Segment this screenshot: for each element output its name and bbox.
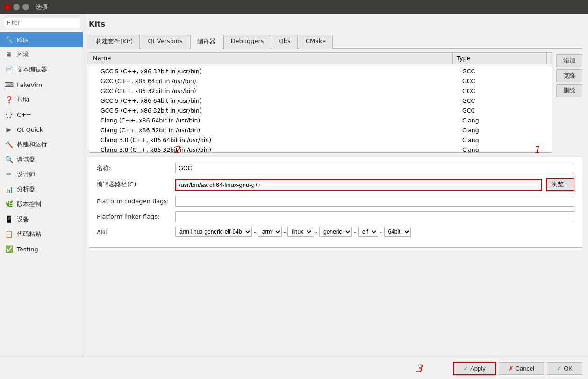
tab-compiler[interactable]: 编译器 bbox=[190, 35, 222, 49]
ok-check-icon: ✓ bbox=[557, 365, 562, 372]
sidebar-item-analyzer[interactable]: 📊 分析器 bbox=[0, 182, 83, 197]
row-name: Clang 3.8 (C++, x86 64bit in /usr/bin) bbox=[89, 136, 459, 144]
cancel-button[interactable]: ✗ Cancel bbox=[499, 362, 544, 375]
fakevim-icon: ⌨ bbox=[5, 80, 13, 89]
help-icon: ❓ bbox=[5, 95, 13, 104]
table-row[interactable]: Clang (C++, x86 32bit in /usr/bin) Clang bbox=[89, 125, 552, 135]
clone-button[interactable]: 克隆 bbox=[556, 69, 582, 82]
path-label: 编译器路径(C): bbox=[97, 180, 172, 189]
abi-bits-select[interactable]: 64bit bbox=[384, 227, 411, 237]
vcs-icon: 🌿 bbox=[5, 200, 13, 208]
add-button[interactable]: 添加 bbox=[556, 54, 582, 67]
abi-row: ABI: arm-linux-generic-elf-64b - arm - l… bbox=[97, 227, 574, 237]
sidebar-item-kits[interactable]: 🔧 Kits bbox=[0, 32, 83, 47]
abi-label: ABI: bbox=[97, 229, 172, 236]
name-label: 名称: bbox=[97, 164, 172, 172]
tab-cmake[interactable]: CMake bbox=[299, 35, 333, 49]
sidebar: 🔧 Kits 🖥 环境 📄 文本编辑器 ⌨ FakeVim ❓ 帮助 {} C+… bbox=[0, 14, 83, 358]
designer-icon: ✏ bbox=[5, 170, 13, 179]
codegen-label: Platform codegen flags: bbox=[97, 198, 172, 205]
abi-sep5: - bbox=[380, 229, 382, 236]
sidebar-item-device[interactable]: 📱 设备 bbox=[0, 212, 83, 227]
qtquick-icon: ▶ bbox=[5, 125, 13, 134]
sidebar-label-vcs: 版本控制 bbox=[17, 200, 41, 208]
name-input[interactable] bbox=[175, 163, 574, 173]
table-row[interactable]: GCC 5 (C++, x86 32bit in /usr/bin) GCC bbox=[89, 66, 552, 76]
ok-button[interactable]: ✓ OK bbox=[547, 362, 582, 375]
row-type: Clang bbox=[459, 146, 552, 152]
sidebar-item-clipboard[interactable]: 📋 代码粘贴 bbox=[0, 227, 83, 242]
sidebar-items: 🔧 Kits 🖥 环境 📄 文本编辑器 ⌨ FakeVim ❓ 帮助 {} C+… bbox=[0, 32, 83, 358]
abi-os-select[interactable]: linux bbox=[287, 227, 313, 237]
sidebar-item-cpp[interactable]: {} C++ bbox=[0, 107, 83, 122]
sidebar-item-vcs[interactable]: 🌿 版本控制 bbox=[0, 197, 83, 212]
abi-vendor-select[interactable]: generic bbox=[319, 227, 352, 237]
table-row[interactable]: Clang (C++, x86 64bit in /usr/bin) Clang bbox=[89, 115, 552, 125]
codegen-input[interactable] bbox=[175, 196, 574, 207]
tab-qt[interactable]: Qt Versions bbox=[141, 35, 189, 49]
tabs-bar: 构建套件(Kit)Qt Versions编译器DebuggersQbsCMake bbox=[89, 34, 582, 49]
abi-sep2: - bbox=[284, 229, 286, 236]
abi-cpu-select[interactable]: arm bbox=[258, 227, 282, 237]
sidebar-item-editor[interactable]: 📄 文本编辑器 bbox=[0, 62, 83, 77]
sidebar-item-qtquick[interactable]: ▶ Qt Quick bbox=[0, 122, 83, 137]
debugger-icon: 🔍 bbox=[5, 155, 13, 164]
sidebar-item-designer[interactable]: ✏ 设计师 bbox=[0, 167, 83, 182]
delete-button[interactable]: 删除 bbox=[556, 84, 582, 97]
tab-kit[interactable]: 构建套件(Kit) bbox=[89, 35, 140, 49]
apply-button[interactable]: ✓ Apply bbox=[453, 362, 496, 375]
path-input[interactable] bbox=[175, 179, 542, 191]
abi-arch-select[interactable]: arm-linux-generic-elf-64b bbox=[175, 227, 252, 237]
sidebar-item-fakevim[interactable]: ⌨ FakeVim bbox=[0, 77, 83, 92]
sidebar-item-help[interactable]: ❓ 帮助 bbox=[0, 92, 83, 107]
sidebar-item-debugger[interactable]: 🔍 调试器 bbox=[0, 152, 83, 167]
abi-sep4: - bbox=[354, 229, 356, 236]
row-type: GCC bbox=[459, 67, 552, 75]
sidebar-label-editor: 文本编辑器 bbox=[17, 65, 47, 74]
sidebar-item-build[interactable]: 🔨 构建和运行 bbox=[0, 137, 83, 152]
table-row[interactable]: Clang 3.8 (C++, x86 32bit in /usr/bin) C… bbox=[89, 145, 552, 152]
maximize-button[interactable] bbox=[22, 4, 29, 10]
table-row[interactable]: GCC (C++, x86 64bit in /usr/bin) GCC bbox=[89, 76, 552, 86]
spacer bbox=[89, 251, 582, 352]
sidebar-item-testing[interactable]: ✅ Testing bbox=[0, 242, 83, 257]
detail-form: 2 1 名称: 编译器路径(C): 浏览... Platform codegen… bbox=[89, 157, 582, 248]
table-row[interactable]: GCC 5 (C++, x86 32bit in /usr/bin) GCC bbox=[89, 106, 552, 115]
row-name: GCC 5 (C++, x86 64bit in /usr/bin) bbox=[89, 97, 459, 105]
row-name: GCC (C++, x86 32bit in /usr/bin) bbox=[89, 87, 459, 95]
main-window: 选项 🔧 Kits 🖥 环境 📄 文本编辑器 ⌨ FakeVim ❓ 帮助 {}… bbox=[0, 0, 588, 379]
build-icon: 🔨 bbox=[5, 140, 13, 149]
cancel-cross-icon: ✗ bbox=[509, 365, 514, 372]
table-row[interactable]: GCC (C++, x86 32bit in /usr/bin) GCC bbox=[89, 86, 552, 96]
sidebar-label-help: 帮助 bbox=[17, 95, 29, 104]
table-row[interactable]: Clang 3.8 (C++, x86 64bit in /usr/bin) C… bbox=[89, 135, 552, 145]
abi-controls: arm-linux-generic-elf-64b - arm - linux … bbox=[175, 227, 411, 237]
tab-qbs[interactable]: Qbs bbox=[272, 35, 298, 49]
sidebar-label-cpp: C++ bbox=[17, 111, 31, 118]
browse-button[interactable]: 浏览... bbox=[546, 178, 574, 191]
tab-debuggers[interactable]: Debuggers bbox=[223, 35, 271, 49]
sidebar-label-clipboard: 代码粘贴 bbox=[17, 230, 41, 238]
codegen-row: Platform codegen flags: bbox=[97, 196, 574, 207]
row-name: GCC 5 (C++, x86 32bit in /usr/bin) bbox=[89, 67, 459, 75]
close-button[interactable] bbox=[4, 4, 10, 10]
linker-input[interactable] bbox=[175, 211, 574, 222]
sidebar-item-env[interactable]: 🖥 环境 bbox=[0, 47, 83, 62]
compiler-panel: Name Type GCC 5 (C++, x86 32bit in /usr/… bbox=[89, 52, 552, 153]
bottom-bar: 3 ✓ Apply ✗ Cancel ✓ OK bbox=[0, 358, 588, 379]
sidebar-label-designer: 设计师 bbox=[17, 170, 35, 179]
analyzer-icon: 📊 bbox=[5, 185, 13, 193]
table-row[interactable]: GCC 5 (C++, x86 64bit in /usr/bin) GCC bbox=[89, 96, 552, 106]
filter-input[interactable] bbox=[4, 18, 79, 28]
clipboard-icon: 📋 bbox=[5, 230, 13, 238]
env-icon: 🖥 bbox=[5, 50, 13, 59]
row-type: GCC bbox=[459, 77, 552, 85]
table-area[interactable]: Name Type GCC 5 (C++, x86 32bit in /usr/… bbox=[89, 53, 552, 152]
minimize-button[interactable] bbox=[13, 4, 20, 10]
abi-binary-select[interactable]: elf bbox=[358, 227, 378, 237]
panel-title: Kits bbox=[89, 20, 582, 29]
apply-label: Apply bbox=[470, 365, 486, 372]
window-title: 选项 bbox=[36, 3, 48, 11]
sidebar-label-device: 设备 bbox=[17, 215, 29, 223]
row-type: GCC bbox=[459, 107, 552, 114]
